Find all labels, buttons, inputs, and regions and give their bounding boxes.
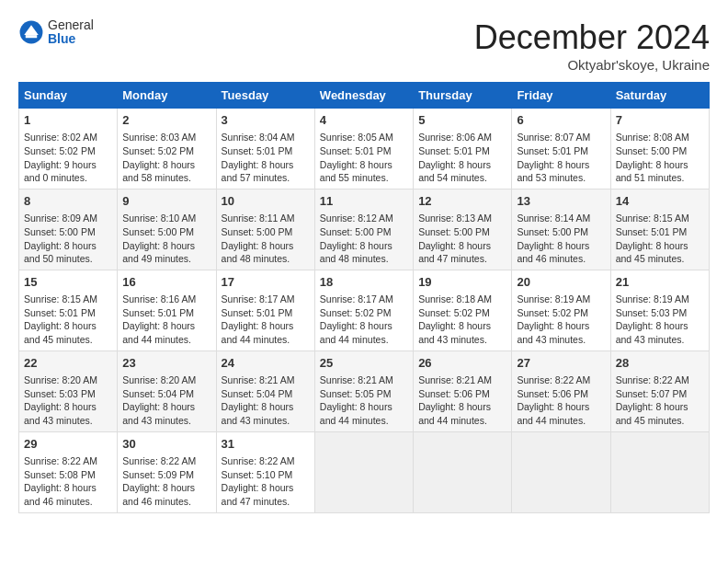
sunrise-text: Sunrise: 8:08 AM — [616, 132, 689, 143]
daylight-text: Daylight: 8 hours and 45 minutes. — [616, 401, 688, 426]
daylight-text: Daylight: 8 hours and 53 minutes. — [517, 159, 589, 184]
daylight-text: Daylight: 8 hours and 43 minutes. — [222, 401, 294, 426]
daylight-text: Daylight: 8 hours and 57 minutes. — [222, 159, 294, 184]
table-row: 8Sunrise: 8:09 AMSunset: 5:00 PMDaylight… — [19, 189, 118, 270]
sunset-text: Sunset: 5:00 PM — [616, 145, 688, 156]
sunset-text: Sunset: 5:01 PM — [616, 226, 688, 237]
daylight-text: Daylight: 8 hours and 46 minutes. — [517, 240, 589, 265]
day-number: 26 — [418, 355, 506, 372]
table-row: 26Sunrise: 8:21 AMSunset: 5:06 PMDayligh… — [414, 350, 512, 431]
day-info: 5Sunrise: 8:06 AMSunset: 5:01 PMDaylight… — [418, 112, 506, 185]
calendar-week-2: 8Sunrise: 8:09 AMSunset: 5:00 PMDaylight… — [19, 189, 710, 270]
weekday-header-thursday: Thursday — [414, 83, 512, 109]
day-number: 29 — [24, 436, 112, 453]
day-number: 21 — [616, 274, 704, 291]
table-row: 28Sunrise: 8:22 AMSunset: 5:07 PMDayligh… — [610, 350, 709, 431]
sunrise-text: Sunrise: 8:19 AM — [616, 293, 689, 304]
day-number: 7 — [616, 112, 704, 129]
daylight-text: Daylight: 8 hours and 47 minutes. — [222, 482, 294, 507]
sunset-text: Sunset: 5:00 PM — [122, 226, 194, 237]
day-info: 20Sunrise: 8:19 AMSunset: 5:02 PMDayligh… — [517, 274, 605, 347]
table-row — [512, 431, 610, 512]
sunrise-text: Sunrise: 8:02 AM — [24, 132, 97, 143]
day-number: 5 — [418, 112, 506, 129]
daylight-text: Daylight: 8 hours and 55 minutes. — [320, 159, 392, 184]
logo: General Blue — [18, 18, 94, 47]
sunset-text: Sunset: 5:00 PM — [222, 226, 293, 237]
table-row: 10Sunrise: 8:11 AMSunset: 5:00 PMDayligh… — [216, 189, 314, 270]
daylight-text: Daylight: 8 hours and 54 minutes. — [418, 159, 491, 184]
sunset-text: Sunset: 5:00 PM — [24, 226, 96, 237]
sunset-text: Sunset: 5:02 PM — [320, 307, 392, 318]
sunrise-text: Sunrise: 8:21 AM — [222, 374, 295, 385]
day-info: 22Sunrise: 8:20 AMSunset: 5:03 PMDayligh… — [24, 355, 112, 428]
day-info: 29Sunrise: 8:22 AMSunset: 5:08 PMDayligh… — [24, 436, 112, 509]
daylight-text: Daylight: 8 hours and 46 minutes. — [24, 482, 97, 507]
sunset-text: Sunset: 5:01 PM — [320, 145, 392, 156]
table-row: 23Sunrise: 8:20 AMSunset: 5:04 PMDayligh… — [118, 350, 216, 431]
weekday-header-sunday: Sunday — [19, 83, 118, 109]
day-number: 11 — [320, 193, 408, 210]
day-info: 3Sunrise: 8:04 AMSunset: 5:01 PMDaylight… — [222, 112, 310, 185]
day-number: 13 — [517, 193, 605, 210]
day-number: 2 — [122, 112, 210, 129]
sunrise-text: Sunrise: 8:21 AM — [320, 374, 393, 385]
daylight-text: Daylight: 8 hours and 58 minutes. — [122, 159, 195, 184]
table-row: 12Sunrise: 8:13 AMSunset: 5:00 PMDayligh… — [414, 189, 512, 270]
sunset-text: Sunset: 5:06 PM — [517, 388, 588, 399]
title-section: December 2024 Oktyabr'skoye, Ukraine — [474, 18, 710, 73]
day-info: 4Sunrise: 8:05 AMSunset: 5:01 PMDaylight… — [320, 112, 408, 185]
day-number: 23 — [122, 355, 210, 372]
logo-icon — [18, 19, 44, 45]
sunset-text: Sunset: 5:01 PM — [122, 307, 194, 318]
daylight-text: Daylight: 8 hours and 44 minutes. — [122, 320, 195, 345]
day-number: 30 — [122, 436, 210, 453]
day-info: 21Sunrise: 8:19 AMSunset: 5:03 PMDayligh… — [616, 274, 704, 347]
day-number: 15 — [24, 274, 112, 291]
table-row: 22Sunrise: 8:20 AMSunset: 5:03 PMDayligh… — [19, 350, 118, 431]
table-row: 1Sunrise: 8:02 AMSunset: 5:02 PMDaylight… — [19, 109, 118, 190]
day-number: 16 — [122, 274, 210, 291]
daylight-text: Daylight: 8 hours and 43 minutes. — [616, 320, 688, 345]
sunrise-text: Sunrise: 8:10 AM — [122, 213, 196, 224]
sunset-text: Sunset: 5:02 PM — [517, 307, 588, 318]
sunset-text: Sunset: 5:01 PM — [418, 145, 490, 156]
sunrise-text: Sunrise: 8:03 AM — [122, 132, 196, 143]
month-title: December 2024 — [474, 18, 710, 57]
sunrise-text: Sunrise: 8:14 AM — [517, 213, 590, 224]
table-row: 19Sunrise: 8:18 AMSunset: 5:02 PMDayligh… — [414, 270, 512, 350]
sunrise-text: Sunrise: 8:22 AM — [122, 455, 196, 466]
daylight-text: Daylight: 9 hours and 0 minutes. — [24, 159, 97, 184]
sunrise-text: Sunrise: 8:17 AM — [222, 293, 295, 304]
day-number: 22 — [24, 355, 112, 372]
table-row: 6Sunrise: 8:07 AMSunset: 5:01 PMDaylight… — [512, 109, 610, 190]
sunset-text: Sunset: 5:06 PM — [418, 388, 490, 399]
sunset-text: Sunset: 5:02 PM — [418, 307, 490, 318]
calendar-week-4: 22Sunrise: 8:20 AMSunset: 5:03 PMDayligh… — [19, 350, 710, 431]
sunset-text: Sunset: 5:02 PM — [122, 145, 194, 156]
day-info: 26Sunrise: 8:21 AMSunset: 5:06 PMDayligh… — [418, 355, 506, 428]
weekday-header-friday: Friday — [512, 83, 610, 109]
day-info: 31Sunrise: 8:22 AMSunset: 5:10 PMDayligh… — [222, 436, 310, 509]
table-row: 30Sunrise: 8:22 AMSunset: 5:09 PMDayligh… — [118, 431, 216, 512]
sunrise-text: Sunrise: 8:17 AM — [320, 293, 393, 304]
day-info: 27Sunrise: 8:22 AMSunset: 5:06 PMDayligh… — [517, 355, 605, 428]
daylight-text: Daylight: 8 hours and 44 minutes. — [418, 401, 491, 426]
day-info: 17Sunrise: 8:17 AMSunset: 5:01 PMDayligh… — [222, 274, 310, 347]
sunset-text: Sunset: 5:00 PM — [418, 226, 490, 237]
day-info: 13Sunrise: 8:14 AMSunset: 5:00 PMDayligh… — [517, 193, 605, 266]
day-number: 25 — [320, 355, 408, 372]
table-row: 11Sunrise: 8:12 AMSunset: 5:00 PMDayligh… — [314, 189, 413, 270]
sunset-text: Sunset: 5:03 PM — [616, 307, 688, 318]
sunrise-text: Sunrise: 8:11 AM — [222, 213, 295, 224]
table-row: 29Sunrise: 8:22 AMSunset: 5:08 PMDayligh… — [19, 431, 118, 512]
daylight-text: Daylight: 8 hours and 43 minutes. — [122, 401, 195, 426]
daylight-text: Daylight: 8 hours and 46 minutes. — [122, 482, 195, 507]
sunrise-text: Sunrise: 8:21 AM — [418, 374, 492, 385]
sunset-text: Sunset: 5:01 PM — [222, 145, 293, 156]
day-number: 10 — [222, 193, 310, 210]
day-info: 10Sunrise: 8:11 AMSunset: 5:00 PMDayligh… — [222, 193, 310, 266]
sunrise-text: Sunrise: 8:22 AM — [222, 455, 295, 466]
table-row: 20Sunrise: 8:19 AMSunset: 5:02 PMDayligh… — [512, 270, 610, 350]
sunrise-text: Sunrise: 8:16 AM — [122, 293, 196, 304]
